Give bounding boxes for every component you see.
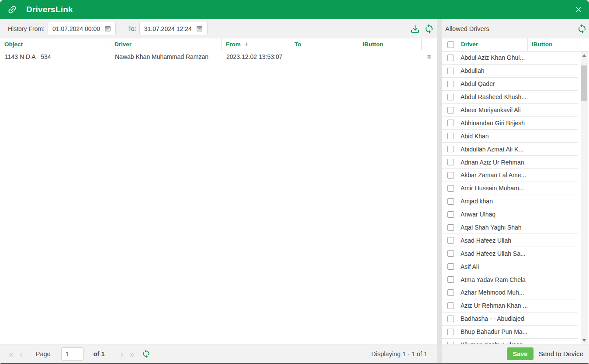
next-page-button[interactable]: ›	[120, 350, 123, 358]
driver-checkbox[interactable]	[447, 107, 454, 113]
allowed-driver-row[interactable]: Badhasha - - Abudlajed	[442, 312, 578, 326]
column-header-driver[interactable]: Driver	[110, 38, 222, 50]
driver-name: Badhasha - - Abudlajed	[461, 315, 524, 322]
driver-checkbox[interactable]	[447, 263, 454, 270]
allowed-driver-row[interactable]: Aqal Shah Yaghi Shah	[442, 221, 578, 234]
column-header-ibutton[interactable]: iButton	[532, 41, 552, 48]
allowed-driver-row[interactable]: Abidullah Azmat Ali K...	[442, 143, 578, 156]
close-icon[interactable]	[574, 5, 583, 14]
driver-checkbox[interactable]	[447, 276, 454, 283]
allowed-driver-row[interactable]: Adnan Aziz Ur Rehman	[442, 156, 578, 169]
allowed-driver-row[interactable]: Abeer Muriyankavil Ali	[442, 104, 578, 117]
allowed-driver-row[interactable]: Asad Hafeez Ullah Sa...	[442, 247, 578, 260]
scroll-down-button[interactable]	[581, 337, 588, 344]
driver-checkbox[interactable]	[447, 68, 454, 74]
column-header-to[interactable]: To	[290, 38, 358, 50]
column-header-driver[interactable]: Driver	[461, 41, 478, 48]
driver-checkbox[interactable]	[447, 289, 454, 296]
history-from-value: 01.07.2024 00:00	[52, 25, 100, 32]
displaying-status: Displaying 1 - 1 of 1	[371, 350, 427, 357]
scrollbar[interactable]	[581, 52, 588, 344]
driver-checkbox[interactable]	[447, 133, 454, 139]
prev-page-button[interactable]: ‹	[20, 350, 23, 358]
history-row[interactable]: 1143 N D A - 534Nawab Khan Muhammad Ramz…	[0, 50, 437, 63]
driver-checkbox[interactable]	[447, 198, 454, 205]
allowed-driver-row[interactable]: Abdullah	[442, 65, 578, 78]
driver-checkbox[interactable]	[447, 55, 454, 61]
download-icon[interactable]	[410, 24, 420, 34]
driver-name: Abhinandan Giri Brijesh	[461, 120, 525, 127]
driver-checkbox[interactable]	[447, 329, 454, 335]
driver-name: Aqal Shah Yaghi Shah	[461, 224, 522, 231]
allowed-driver-list: Abdul Aziz Khan Ghul...AbdullahAbdul Qad…	[442, 52, 589, 344]
allowed-driver-row[interactable]: Amir Hussain Muham...	[442, 182, 578, 195]
driver-name: Akbar Zaman Lal Ame...	[461, 172, 526, 179]
trash-icon[interactable]	[426, 52, 432, 61]
driver-checkbox[interactable]	[447, 159, 454, 165]
allowed-driver-row[interactable]: Bijuman Koshy Lukose	[442, 339, 578, 344]
cell-driver: Nawab Khan Muhammad Ramzan	[110, 53, 222, 60]
history-to-field[interactable]: 31.07.2024 12:24	[139, 22, 208, 35]
scroll-up-button[interactable]	[581, 52, 588, 59]
refresh-icon[interactable]	[142, 349, 151, 358]
sync-icon[interactable]	[577, 24, 587, 34]
link-icon	[7, 4, 17, 15]
column-header-object[interactable]: Object	[0, 38, 110, 50]
page-input[interactable]	[61, 347, 84, 361]
allowed-driver-row[interactable]: Abdul Rasheed Khush...	[442, 91, 578, 104]
allowed-driver-row[interactable]: Bhup Bahadur Pun Ma...	[442, 326, 578, 339]
select-all-checkbox[interactable]	[447, 41, 454, 48]
column-divider	[458, 38, 458, 51]
pane-splitter[interactable]	[437, 19, 442, 363]
allowed-driver-row[interactable]: Anwar Ulhaq	[442, 208, 578, 221]
driver-checkbox[interactable]	[447, 224, 454, 231]
driver-checkbox[interactable]	[447, 146, 454, 152]
driver-name: Atma Yadav Ram Chela	[461, 276, 526, 283]
allowed-driver-row[interactable]: Abid Khan	[442, 130, 578, 143]
driver-checkbox[interactable]	[447, 211, 454, 218]
allowed-grid-header: Driver iButton	[442, 38, 589, 52]
column-divider	[527, 38, 528, 51]
allowed-driver-row[interactable]: Atma Yadav Ram Chela	[442, 273, 578, 286]
calendar-icon[interactable]	[104, 25, 111, 32]
calendar-icon[interactable]	[196, 25, 203, 32]
history-from-field[interactable]: 01.07.2024 00:00	[48, 22, 116, 35]
driver-name: Adnan Aziz Ur Rehman	[461, 159, 524, 166]
allowed-driver-row[interactable]: Abdul Aziz Khan Ghul...	[442, 52, 578, 65]
allowed-driver-row[interactable]: Aziz Ur Rehman Khan ...	[442, 299, 578, 312]
allowed-driver-row[interactable]: Asif Ali	[442, 260, 578, 273]
column-header-from[interactable]: From	[222, 38, 290, 50]
driver-checkbox[interactable]	[447, 120, 454, 126]
column-label: From	[226, 41, 241, 48]
allowed-driver-row[interactable]: Amjad khan	[442, 195, 578, 208]
driver-checkbox[interactable]	[447, 316, 454, 322]
save-button[interactable]: Save	[507, 347, 534, 360]
driver-name: Bhup Bahadur Pun Ma...	[461, 328, 527, 335]
driver-checkbox[interactable]	[447, 250, 454, 257]
column-header-actions	[422, 38, 437, 50]
allowed-drivers-title: Allowed Drivers	[445, 25, 489, 32]
column-header-ibutton[interactable]: iButton	[358, 38, 422, 50]
allowed-driver-row[interactable]: Abdul Qader	[442, 78, 578, 91]
driver-checkbox[interactable]	[447, 185, 454, 192]
cell-actions	[422, 52, 437, 61]
first-page-button[interactable]: «	[9, 350, 14, 358]
allowed-driver-row[interactable]: Abhinandan Giri Brijesh	[442, 117, 578, 130]
driver-name: Abid Khan	[461, 133, 489, 140]
driver-checkbox[interactable]	[447, 237, 454, 244]
allowed-driver-row[interactable]: Akbar Zaman Lal Ame...	[442, 169, 578, 182]
send-to-device-button[interactable]: Send to Device	[539, 350, 583, 357]
driver-checkbox[interactable]	[447, 302, 454, 309]
driver-checkbox[interactable]	[447, 81, 454, 87]
driver-checkbox[interactable]	[447, 94, 454, 100]
allowed-driver-row[interactable]: Asad Hafeez Ullah	[442, 234, 578, 247]
allowed-drivers-toolbar: Allowed Drivers	[442, 19, 589, 38]
app-title: DriversLink	[26, 5, 73, 14]
scroll-thumb[interactable]	[581, 65, 587, 101]
sync-icon[interactable]	[424, 24, 434, 34]
driver-name: Abdul Qader	[461, 80, 495, 87]
allowed-driver-row[interactable]: Azhar Mehmood Muh...	[442, 286, 578, 299]
last-page-button[interactable]: »	[129, 350, 134, 358]
driver-checkbox[interactable]	[447, 172, 454, 179]
history-footer: « ‹ Page of 1 › » Displaying 1 - 1 of 1	[0, 344, 437, 363]
